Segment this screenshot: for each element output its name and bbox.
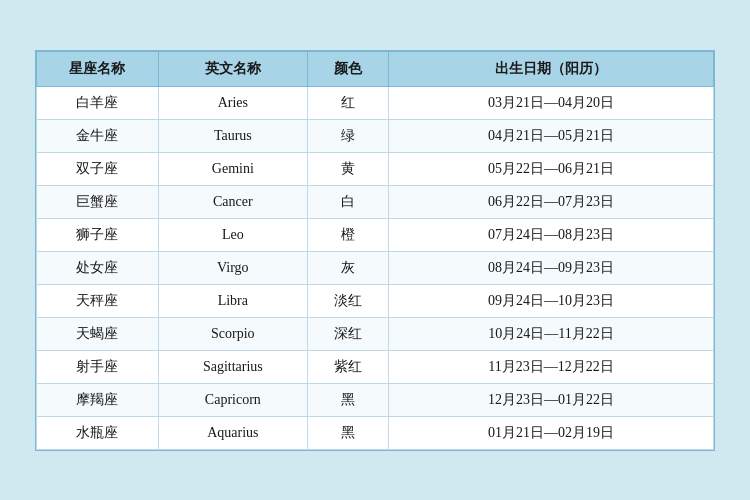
table-row: 白羊座Aries红03月21日—04月20日 — [37, 86, 714, 119]
cell-chinese: 水瓶座 — [37, 416, 159, 449]
cell-chinese: 天蝎座 — [37, 317, 159, 350]
cell-chinese: 摩羯座 — [37, 383, 159, 416]
zodiac-table: 星座名称 英文名称 颜色 出生日期（阳历） 白羊座Aries红03月21日—04… — [36, 51, 714, 450]
cell-english: Cancer — [158, 185, 307, 218]
cell-chinese: 天秤座 — [37, 284, 159, 317]
cell-english: Virgo — [158, 251, 307, 284]
cell-color: 橙 — [307, 218, 388, 251]
cell-dates: 05月22日—06月21日 — [389, 152, 714, 185]
zodiac-table-container: 星座名称 英文名称 颜色 出生日期（阳历） 白羊座Aries红03月21日—04… — [35, 50, 715, 451]
cell-english: Aries — [158, 86, 307, 119]
header-english: 英文名称 — [158, 51, 307, 86]
cell-dates: 03月21日—04月20日 — [389, 86, 714, 119]
table-header-row: 星座名称 英文名称 颜色 出生日期（阳历） — [37, 51, 714, 86]
cell-english: Scorpio — [158, 317, 307, 350]
cell-dates: 08月24日—09月23日 — [389, 251, 714, 284]
header-color: 颜色 — [307, 51, 388, 86]
cell-color: 灰 — [307, 251, 388, 284]
cell-color: 红 — [307, 86, 388, 119]
table-row: 巨蟹座Cancer白06月22日—07月23日 — [37, 185, 714, 218]
cell-dates: 11月23日—12月22日 — [389, 350, 714, 383]
cell-color: 绿 — [307, 119, 388, 152]
table-body: 白羊座Aries红03月21日—04月20日金牛座Taurus绿04月21日—0… — [37, 86, 714, 449]
cell-dates: 04月21日—05月21日 — [389, 119, 714, 152]
table-row: 天蝎座Scorpio深红10月24日—11月22日 — [37, 317, 714, 350]
header-chinese: 星座名称 — [37, 51, 159, 86]
cell-dates: 09月24日—10月23日 — [389, 284, 714, 317]
cell-dates: 10月24日—11月22日 — [389, 317, 714, 350]
cell-color: 深红 — [307, 317, 388, 350]
cell-color: 黑 — [307, 383, 388, 416]
cell-color: 白 — [307, 185, 388, 218]
cell-chinese: 双子座 — [37, 152, 159, 185]
cell-chinese: 狮子座 — [37, 218, 159, 251]
cell-english: Gemini — [158, 152, 307, 185]
cell-english: Taurus — [158, 119, 307, 152]
cell-english: Aquarius — [158, 416, 307, 449]
table-row: 处女座Virgo灰08月24日—09月23日 — [37, 251, 714, 284]
table-row: 双子座Gemini黄05月22日—06月21日 — [37, 152, 714, 185]
cell-dates: 07月24日—08月23日 — [389, 218, 714, 251]
cell-color: 黑 — [307, 416, 388, 449]
cell-english: Capricorn — [158, 383, 307, 416]
cell-chinese: 处女座 — [37, 251, 159, 284]
table-row: 天秤座Libra淡红09月24日—10月23日 — [37, 284, 714, 317]
cell-chinese: 白羊座 — [37, 86, 159, 119]
table-row: 金牛座Taurus绿04月21日—05月21日 — [37, 119, 714, 152]
table-row: 水瓶座Aquarius黑01月21日—02月19日 — [37, 416, 714, 449]
table-row: 狮子座Leo橙07月24日—08月23日 — [37, 218, 714, 251]
cell-dates: 12月23日—01月22日 — [389, 383, 714, 416]
cell-dates: 06月22日—07月23日 — [389, 185, 714, 218]
cell-dates: 01月21日—02月19日 — [389, 416, 714, 449]
header-date: 出生日期（阳历） — [389, 51, 714, 86]
cell-color: 淡红 — [307, 284, 388, 317]
table-row: 摩羯座Capricorn黑12月23日—01月22日 — [37, 383, 714, 416]
cell-chinese: 巨蟹座 — [37, 185, 159, 218]
table-row: 射手座Sagittarius紫红11月23日—12月22日 — [37, 350, 714, 383]
cell-english: Leo — [158, 218, 307, 251]
cell-english: Sagittarius — [158, 350, 307, 383]
cell-chinese: 射手座 — [37, 350, 159, 383]
cell-color: 紫红 — [307, 350, 388, 383]
cell-english: Libra — [158, 284, 307, 317]
cell-chinese: 金牛座 — [37, 119, 159, 152]
cell-color: 黄 — [307, 152, 388, 185]
